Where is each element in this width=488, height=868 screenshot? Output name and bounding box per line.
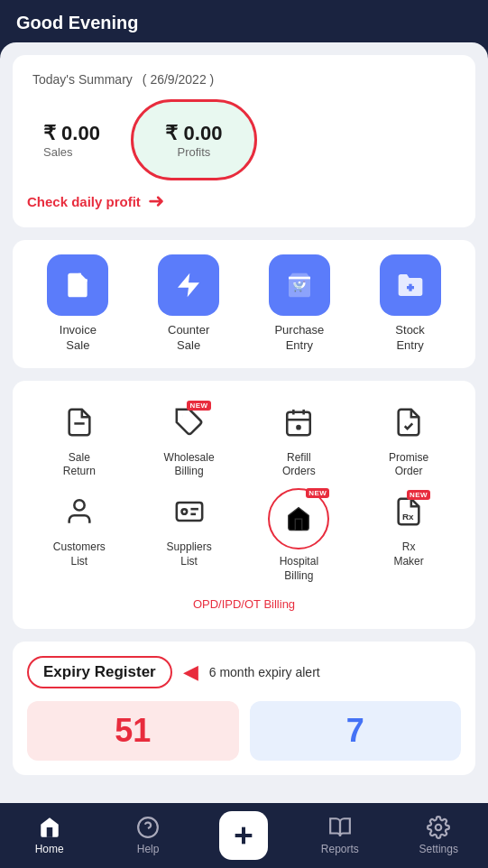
profit-box[interactable]: ₹ 0.00 Profits [131,99,257,180]
svg-point-15 [74,500,84,510]
check-profit-row[interactable]: Check daily profit ➜ [27,189,461,213]
summary-title-row: Today's Summary ( 26/9/2022 ) [27,69,461,88]
hospital-billing-label: HospitalBilling [280,555,318,583]
header: Good Evening [0,0,488,42]
invoice-sale-label: InvoiceSale [60,323,97,354]
expiry-title-circle[interactable]: Expiry Register [27,656,172,688]
suppliers-list-label: SuppliersList [167,540,212,568]
svg-text:🛒: 🛒 [293,281,306,292]
rx-icon: Rx [393,496,424,527]
hospital-icon [285,505,312,532]
suppliers-list-button[interactable]: SuppliersList [137,488,242,583]
profit-amount: ₹ 0.00 [165,122,222,145]
expiry-blue-number: 7 [346,712,364,750]
gear-icon [427,816,450,839]
sale-return-icon [56,399,103,446]
wholesale-billing-label: WholesaleBilling [164,451,215,479]
sales-amount: ₹ 0.00 [43,122,100,145]
expiry-arrow-icon: ◀ [183,660,198,684]
expiry-title: Expiry Register [43,663,156,680]
opd-text: OPD/IPD/OT Billing [27,597,461,611]
expiry-blue-box[interactable]: 7 [250,701,462,761]
summary-values: ₹ 0.00 Sales ₹ 0.00 Profits [27,99,461,180]
svg-point-25 [436,825,442,831]
nav-help[interactable]: Help [121,816,175,855]
svg-rect-16 [176,503,201,521]
plus-icon [229,821,258,850]
customers-list-icon [56,488,103,535]
profit-label: Profits [178,145,211,159]
new-badge-wholesale: NEW [187,401,210,411]
hospital-billing-button[interactable]: NEW HospitalBilling [247,488,352,583]
nav-reports[interactable]: Reports [313,816,367,855]
wholesale-billing-icon: NEW [166,399,213,446]
calendar-icon [283,407,314,438]
hospital-billing-circle: NEW [268,488,329,549]
promise-order-icon [385,399,432,446]
customers-list-button[interactable]: CustomersList [27,488,132,583]
suppliers-list-icon [166,488,213,535]
main-content: Today's Summary ( 26/9/2022 ) ₹ 0.00 Sal… [0,42,488,860]
svg-point-14 [297,425,302,430]
summary-card: Today's Summary ( 26/9/2022 ) ₹ 0.00 Sal… [13,55,475,227]
bottom-nav: Home Help Reports Settings [0,803,488,868]
quick-actions-grid: InvoiceSale CounterSale � [27,254,461,354]
rx-maker-button[interactable]: NEW Rx RxMaker [356,488,461,583]
nav-help-label: Help [137,843,160,855]
wholesale-billing-button[interactable]: NEW WholesaleBilling [137,399,242,479]
purchase-entry-button[interactable]: 🛒 PurchaseEntry [269,254,330,354]
nav-add-button[interactable] [219,811,268,860]
sales-box: ₹ 0.00 Sales [27,113,116,168]
counter-sale-button[interactable]: CounterSale [158,254,219,354]
reports-icon [328,816,352,839]
customers-list-label: CustomersList [53,540,106,568]
expiry-header: Expiry Register ◀ 6 month expiry alert [27,656,461,688]
check-profit-text: Check daily profit [27,194,141,209]
secondary-actions-card: SaleReturn NEW WholesaleBilling [13,381,475,629]
tag-icon [174,407,205,438]
counter-sale-label: CounterSale [168,323,209,354]
expiry-numbers: 51 7 [27,701,461,761]
file-return-icon [64,407,95,438]
cart-icon: 🛒 [285,271,314,300]
expiry-red-box[interactable]: 51 [27,701,239,761]
new-badge-rx: NEW [407,490,430,500]
nav-settings-label: Settings [419,843,458,855]
rx-maker-label: RxMaker [393,540,423,568]
nav-settings[interactable]: Settings [411,816,465,855]
nav-home[interactable]: Home [23,816,77,855]
svg-text:Rx: Rx [402,511,414,521]
refill-orders-label: RefillOrders [282,451,316,479]
promise-order-button[interactable]: PromiseOrder [356,399,461,479]
refill-orders-icon [275,399,322,446]
nav-reports-label: Reports [321,843,359,855]
svg-marker-2 [178,273,199,298]
counter-sale-icon-btn [158,254,219,316]
stock-entry-icon-btn [380,254,441,316]
summary-date: ( 26/9/2022 ) [143,72,214,87]
bolt-icon [174,271,203,300]
sale-return-button[interactable]: SaleReturn [27,399,132,479]
rx-maker-icon: NEW Rx [385,488,432,535]
purchase-entry-label: PurchaseEntry [274,323,324,354]
quick-actions-card: InvoiceSale CounterSale � [13,240,475,368]
greeting: Good Evening [16,13,472,33]
sale-return-label: SaleReturn [63,451,96,479]
svg-rect-10 [288,411,311,435]
new-badge-hospital: NEW [306,488,329,498]
purchase-entry-icon-btn: 🛒 [269,254,330,316]
file-icon [63,271,92,300]
refill-orders-button[interactable]: RefillOrders [247,399,352,479]
help-icon [136,816,160,839]
summary-title: Today's Summary [32,72,133,87]
expiry-red-number: 51 [115,712,151,750]
sales-label: Sales [43,145,100,159]
secondary-grid: SaleReturn NEW WholesaleBilling [27,395,461,614]
promise-order-label: PromiseOrder [389,451,428,479]
file-check-icon [393,407,424,438]
invoice-sale-button[interactable]: InvoiceSale [47,254,108,354]
stock-entry-button[interactable]: StockEntry [380,254,441,354]
nav-home-label: Home [35,843,64,855]
stock-entry-label: StockEntry [395,323,425,354]
arrow-right-icon: ➜ [148,189,164,213]
